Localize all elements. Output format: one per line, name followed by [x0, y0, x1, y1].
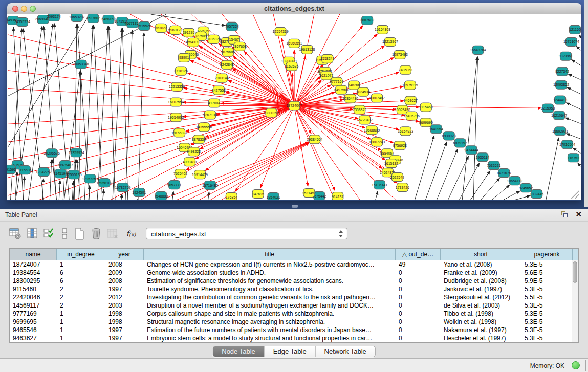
table-cell[interactable]: 49: [396, 260, 441, 269]
network-graph[interactable]: 1872400714935572435572420691406209317410…: [7, 14, 581, 200]
table-row[interactable]: 1456911722003Disruption of a novel membe…: [10, 301, 578, 310]
graph-node[interactable]: 116753: [568, 154, 579, 162]
graph-node[interactable]: 19384554: [307, 135, 322, 144]
table-cell[interactable]: 2009: [105, 269, 144, 277]
network-file-selector[interactable]: citations_edges.txt: [146, 228, 347, 239]
graph-node[interactable]: 12213359: [169, 82, 185, 91]
table-row[interactable]: 946362711997Embryonic stem cells: a mode…: [10, 334, 578, 342]
graph-node[interactable]: 8186328: [207, 35, 221, 43]
graph-node[interactable]: 9245652: [519, 184, 533, 192]
graph-node[interactable]: 16154808: [375, 25, 390, 34]
graph-node[interactable]: 1145194: [54, 169, 68, 178]
graph-node[interactable]: 12505135: [66, 170, 82, 179]
table-cell[interactable]: Structural magnetic resonance image aver…: [144, 318, 396, 326]
table-cell[interactable]: 0: [396, 285, 441, 293]
graph-node[interactable]: 9498222: [187, 147, 201, 156]
table-row[interactable]: 1872400712008Changes of HCN gene express…: [10, 260, 578, 269]
graph-node[interactable]: 8938923: [442, 132, 456, 140]
table-cell[interactable]: 5.9E-5: [521, 277, 573, 285]
graph-node[interactable]: 2935114: [476, 153, 490, 162]
table-cell[interactable]: Franke et al. (2009): [441, 269, 521, 277]
graph-node[interactable]: 46671358: [124, 19, 140, 28]
graph-node[interactable]: 5960123: [168, 26, 182, 34]
table-cell[interactable]: 0: [396, 310, 441, 318]
graph-node[interactable]: 1162635: [285, 62, 299, 71]
graph-node[interactable]: 6497568: [334, 85, 348, 94]
network-window-titlebar[interactable]: citations_edges.txt: [7, 3, 581, 14]
graph-node[interactable]: 15136141: [372, 181, 387, 189]
float-panel-icon[interactable]: [561, 211, 569, 218]
table-cell[interactable]: 0: [396, 277, 441, 285]
table-cell[interactable]: 19384554: [10, 269, 57, 277]
graph-node[interactable]: 147695: [252, 190, 264, 199]
graph-node[interactable]: 15716485: [202, 181, 218, 190]
graph-node[interactable]: 16648784: [470, 46, 486, 54]
graph-node[interactable]: 19654903: [168, 113, 184, 122]
graph-node[interactable]: 24355724: [14, 17, 30, 26]
table-cell[interactable]: 18724007: [10, 260, 57, 269]
table-cell[interactable]: 1: [57, 326, 105, 334]
table-row[interactable]: 2242004622012Investigating the contribut…: [10, 293, 578, 301]
graph-node[interactable]: 17957253: [82, 174, 98, 183]
graph-node[interactable]: 391593: [7, 165, 16, 174]
table-cell[interactable]: Investigating the contribution of common…: [144, 293, 396, 301]
table-cell[interactable]: 5.3E-5: [521, 310, 573, 318]
table-cell[interactable]: Nakamura et al. (1997): [441, 326, 521, 334]
graph-node[interactable]: 16958107: [97, 179, 113, 187]
table-cell[interactable]: Yano et al. (2008): [441, 260, 521, 269]
table-cell[interactable]: 2003: [105, 301, 144, 310]
table-row[interactable]: 977716911998Corpus callosum shape and si…: [10, 310, 578, 318]
graph-node[interactable]: 10653287: [69, 14, 85, 21]
graph-node[interactable]: 8215953: [541, 104, 555, 113]
graph-node[interactable]: 1924501: [132, 188, 146, 197]
graph-node[interactable]: 12093852: [553, 80, 569, 89]
graph-node[interactable]: 20053346: [73, 60, 89, 69]
graph-node[interactable]: 1244413: [553, 96, 567, 104]
network-canvas[interactable]: 1872400714935572435572420691406209317410…: [7, 14, 581, 200]
graph-node[interactable]: 17016504: [559, 140, 575, 149]
unselect-rows-icon[interactable]: [57, 227, 72, 241]
column-header-short[interactable]: short: [441, 249, 521, 260]
tab-node-table[interactable]: Node Table: [213, 346, 264, 357]
table-cell[interactable]: 1: [57, 334, 105, 342]
graph-node[interactable]: 3824534: [356, 87, 370, 96]
graph-node[interactable]: 10807487: [369, 94, 385, 102]
table-cell[interactable]: 1997: [105, 334, 144, 342]
column-header-pagerank[interactable]: pagerank: [521, 249, 573, 260]
table-cell[interactable]: 9465546: [10, 326, 57, 334]
table-cell[interactable]: Wolkin et al. (1998): [441, 318, 521, 326]
graph-node[interactable]: 7548883: [154, 192, 168, 200]
graph-node[interactable]: 9777169: [330, 77, 343, 86]
table-cell[interactable]: Jankovic et al. (1997): [441, 285, 521, 293]
table-cell[interactable]: Disruption of a novel member of a sodium…: [144, 301, 396, 310]
graph-node[interactable]: 9227342: [555, 67, 569, 76]
column-header-title[interactable]: title: [144, 249, 396, 260]
graph-node[interactable]: 16543392: [185, 38, 201, 47]
graph-node[interactable]: 9267130: [203, 111, 217, 119]
graph-node[interactable]: 10973493: [392, 50, 408, 59]
graph-node[interactable]: 2887682: [360, 16, 374, 25]
table-cell[interactable]: 0: [396, 326, 441, 334]
graph-node[interactable]: 9857771: [167, 181, 181, 189]
graph-node[interactable]: 1115686: [18, 166, 31, 174]
close-panel-icon[interactable]: ✕: [575, 210, 582, 219]
table-cell[interactable]: 14569117: [10, 301, 57, 310]
graph-node[interactable]: 15720437: [357, 116, 373, 124]
graph-node[interactable]: 9463627: [404, 96, 418, 105]
graph-node[interactable]: 16914479: [192, 170, 208, 179]
table-cell[interactable]: 2: [57, 301, 105, 310]
table-cell[interactable]: 1998: [105, 310, 144, 318]
graph-node[interactable]: 391295: [183, 28, 194, 37]
graph-node[interactable]: 9329961: [559, 52, 573, 60]
graph-node[interactable]: 16107554: [168, 98, 184, 106]
graph-node[interactable]: 15692971: [552, 127, 568, 136]
graph-node[interactable]: 19166827: [171, 128, 187, 137]
graph-node[interactable]: 7632621: [487, 161, 500, 170]
table-scrollbar[interactable]: [572, 260, 578, 342]
table-cell[interactable]: Estimation of the future numbers of pati…: [144, 326, 396, 334]
table-cell[interactable]: Tibbo et al. (1998): [441, 310, 521, 318]
graph-node[interactable]: 17359924: [69, 148, 84, 157]
import-table-icon[interactable]: [105, 227, 120, 241]
table-cell[interactable]: Dudbridge et al. (2008): [441, 277, 521, 285]
graph-node[interactable]: 7957224: [225, 22, 239, 31]
